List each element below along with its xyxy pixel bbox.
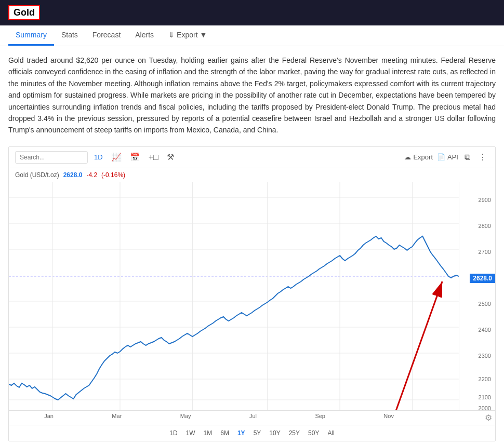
x-label-jan: Jan bbox=[44, 413, 54, 423]
y-label-2500: 2500 bbox=[479, 301, 491, 307]
period-1w[interactable]: 1W bbox=[183, 428, 198, 438]
export-button[interactable]: ☁ Export bbox=[404, 153, 433, 161]
period-50y[interactable]: 50Y bbox=[305, 428, 322, 438]
add-icon[interactable]: +□ bbox=[147, 152, 161, 163]
y-label-2300: 2300 bbox=[479, 353, 491, 359]
price-change-pct: (-0.16%) bbox=[101, 171, 125, 179]
api-label: API bbox=[447, 153, 458, 161]
x-label-mar: Mar bbox=[112, 413, 122, 423]
chart-svg bbox=[9, 182, 459, 410]
period-25y[interactable]: 25Y bbox=[286, 428, 303, 438]
chart-settings-icon[interactable]: ⚙ bbox=[485, 413, 492, 423]
tab-stats[interactable]: Stats bbox=[54, 25, 85, 46]
period-6m[interactable]: 6M bbox=[217, 428, 232, 438]
y-label-2100: 2100 bbox=[479, 394, 491, 400]
y-label-2400: 2400 bbox=[479, 327, 491, 333]
x-label-may: May bbox=[180, 413, 191, 423]
page-title: Gold bbox=[8, 5, 40, 20]
api-icon: 📄 bbox=[437, 153, 445, 161]
tab-export[interactable]: ⇓ Export ▼ bbox=[161, 25, 214, 46]
line-chart-icon[interactable]: 📈 bbox=[109, 151, 124, 163]
current-price: 2628.0 bbox=[63, 171, 83, 179]
chart-container: 1D 📈 📅 +□ ⚒ ☁ Export 📄 API ⧉ ⋮ Gold (USD… bbox=[8, 146, 496, 441]
y-label-2900: 2900 bbox=[479, 197, 491, 203]
y-label-2000: 2000 bbox=[479, 405, 491, 411]
tab-export-label: Export bbox=[177, 31, 197, 39]
settings-icon[interactable]: ⚒ bbox=[165, 151, 176, 163]
calendar-icon[interactable]: 📅 bbox=[128, 151, 142, 163]
instrument-label: Gold (USD/t.oz) bbox=[15, 171, 59, 179]
period-10y[interactable]: 10Y bbox=[266, 428, 283, 438]
export-label: Export bbox=[413, 153, 433, 161]
period-1m[interactable]: 1M bbox=[201, 428, 216, 438]
x-label-nov: Nov bbox=[383, 413, 394, 423]
period-selector: 1D 1W 1M 6M 1Y 5Y 10Y 25Y 50Y All bbox=[9, 425, 495, 441]
tab-summary[interactable]: Summary bbox=[8, 25, 54, 46]
api-button[interactable]: 📄 API bbox=[437, 153, 458, 161]
svg-line-16 bbox=[381, 281, 442, 410]
x-label-jul: Jul bbox=[249, 413, 257, 423]
y-label-2800: 2800 bbox=[479, 223, 491, 229]
x-label-sep: Sep bbox=[315, 413, 325, 423]
more-options-icon[interactable]: ⋮ bbox=[476, 151, 489, 163]
chevron-down-icon: ▼ bbox=[200, 31, 207, 39]
chart-search-input[interactable] bbox=[15, 151, 88, 164]
period-all[interactable]: All bbox=[324, 428, 337, 438]
tab-bar: Summary Stats Forecast Alerts ⇓ Export ▼ bbox=[0, 25, 504, 46]
chart-x-axis: Jan Mar May Jul Sep Nov ⚙ bbox=[9, 410, 495, 425]
chart-period-selector[interactable]: 1D bbox=[92, 152, 105, 162]
y-label-2200: 2200 bbox=[479, 376, 491, 382]
tab-alerts[interactable]: Alerts bbox=[128, 25, 161, 46]
summary-text: Gold traded around $2,620 per ounce on T… bbox=[0, 46, 504, 142]
period-1d[interactable]: 1D bbox=[166, 428, 180, 438]
period-5y[interactable]: 5Y bbox=[250, 428, 264, 438]
tab-forecast[interactable]: Forecast bbox=[85, 25, 128, 46]
chart-y-axis: 2900 2800 2700 2628.0 2500 2400 2300 220… bbox=[459, 182, 495, 410]
cloud-export-icon: ☁ bbox=[404, 153, 411, 161]
instrument-row: Gold (USD/t.oz) 2628.0 -4.2 (-0.16%) bbox=[9, 168, 495, 182]
current-price-label: 2628.0 bbox=[470, 274, 495, 283]
fullscreen-icon[interactable]: ⧉ bbox=[462, 152, 472, 163]
chart-area[interactable] bbox=[9, 182, 459, 410]
period-1y[interactable]: 1Y bbox=[234, 428, 248, 438]
chart-toolbar: 1D 📈 📅 +□ ⚒ ☁ Export 📄 API ⧉ ⋮ bbox=[9, 147, 495, 168]
price-change: -4.2 bbox=[86, 171, 97, 179]
page-header: Gold bbox=[0, 0, 504, 25]
chart-body: 2900 2800 2700 2628.0 2500 2400 2300 220… bbox=[9, 182, 495, 410]
y-label-2700: 2700 bbox=[479, 249, 491, 255]
export-icon: ⇓ bbox=[168, 31, 175, 39]
